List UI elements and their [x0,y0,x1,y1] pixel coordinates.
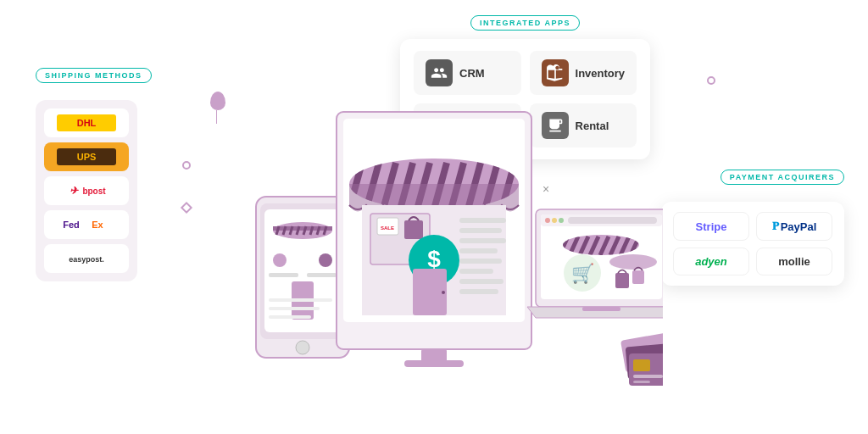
svg-rect-52 [404,220,423,239]
shipping-methods-section: SHIPPING METHODS DHL UPS ✈ [36,68,152,281]
shipping-methods-label: SHIPPING METHODS [36,68,152,83]
svg-rect-59 [459,259,502,264]
svg-point-72 [559,218,564,223]
svg-point-64 [442,291,445,294]
svg-rect-28 [269,273,298,277]
svg-rect-95 [633,381,650,383]
paypal-p-icon: 𝐏 [772,220,779,233]
payment-card-adyen[interactable]: adyen [673,248,749,275]
svg-text:bpost: bpost [82,186,106,196]
svg-point-26 [273,253,287,267]
svg-rect-89 [582,307,620,311]
svg-point-33 [296,341,309,354]
svg-text:$: $ [427,246,441,272]
payment-cards: Stripe 𝐏 PayPal adyen mollie [661,202,844,286]
svg-rect-87 [615,273,629,288]
svg-point-27 [319,253,332,267]
svg-text:DHL: DHL [77,118,97,128]
payment-acquirers-label: PAYMENT ACQUIRERS [721,170,844,185]
integrated-apps-label: INTEGRATED APPS [470,15,580,31]
svg-text:🛒: 🛒 [571,262,595,285]
svg-rect-57 [459,238,506,243]
svg-rect-65 [421,349,447,362]
svg-rect-94 [633,375,663,378]
dot-circle-2 [707,76,715,85]
paypal-label: PayPal [781,220,817,233]
store-illustration: SALE $ [205,78,663,434]
svg-rect-32 [269,315,311,319]
svg-rect-16 [273,226,332,231]
main-container: × — — INTEGRATED APPS CRM [0,0,868,434]
svg-point-86 [609,254,657,270]
payment-card-stripe[interactable]: Stripe [673,212,749,241]
svg-rect-63 [413,269,447,315]
svg-rect-73 [568,217,657,224]
shipping-card-bpost[interactable]: ✈ bpost [44,176,129,205]
svg-text:easypost.: easypost. [69,255,104,264]
svg-rect-29 [307,273,337,277]
svg-rect-60 [459,269,493,274]
svg-rect-93 [633,359,650,371]
stripe-label: Stripe [696,220,727,233]
svg-rect-55 [459,218,506,223]
shipping-card-ups[interactable]: UPS [44,142,129,171]
shipping-card-easypost[interactable]: easypost. [44,244,129,273]
dot-circle-1 [182,161,191,170]
adyen-label: adyen [695,255,727,268]
shipping-cards: DHL UPS ✈ bpost [36,100,137,281]
payment-card-paypal[interactable]: 𝐏 PayPal [756,212,832,241]
payment-card-mollie[interactable]: mollie [756,248,832,275]
diamond-deco [181,202,192,214]
svg-rect-56 [459,228,502,233]
svg-rect-61 [459,279,504,284]
svg-rect-66 [404,360,464,367]
svg-rect-31 [269,307,320,310]
shipping-card-fedex[interactable]: Fed Ex [44,210,129,239]
svg-rect-58 [459,248,498,253]
svg-point-70 [545,218,550,223]
svg-text:UPS: UPS [77,152,97,162]
shipping-card-dhl[interactable]: DHL [44,108,129,137]
svg-text:SALE: SALE [381,225,394,231]
svg-rect-30 [269,298,332,302]
svg-point-71 [552,218,557,223]
svg-rect-62 [459,289,498,294]
svg-rect-88 [632,270,644,284]
mollie-label: mollie [778,255,810,268]
svg-text:Fed: Fed [63,220,80,230]
svg-text:Ex: Ex [92,220,103,230]
payment-acquirers-section: PAYMENT ACQUIRERS Stripe 𝐏 PayPal adyen … [661,170,844,286]
